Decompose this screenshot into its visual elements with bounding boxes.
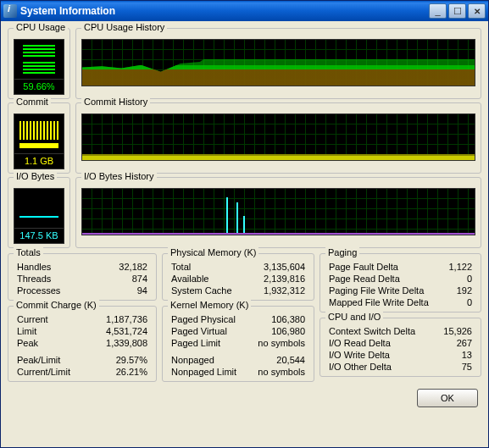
- ok-button[interactable]: OK: [417, 389, 478, 407]
- io-gauge: [14, 188, 64, 229]
- stat-row: Limit4,531,724: [14, 325, 151, 337]
- paging-group: Paging Page Fault Delta1,122 Page Read D…: [320, 253, 481, 312]
- group-label: Kernel Memory (K): [168, 300, 251, 310]
- kernel-memory-group: Kernel Memory (K) Paged Physical106,380 …: [162, 306, 314, 382]
- group-label: CPU and I/O: [325, 312, 383, 322]
- maximize-button[interactable]: ☐: [448, 3, 466, 19]
- group-label: Physical Memory (K): [168, 247, 258, 257]
- group-label: Totals: [14, 247, 43, 257]
- stat-row: Page Fault Delta1,122: [325, 261, 475, 273]
- stat-row: Handles32,182: [14, 261, 151, 273]
- stat-row: I/O Other Delta75: [325, 361, 475, 373]
- window: System Information _ ☐ ✕ CPU Usage 59.66…: [0, 0, 489, 448]
- commit-value: 1.1 GB: [14, 154, 64, 169]
- group-label: Paging: [325, 247, 359, 257]
- io-gauge-group: I/O Bytes 147.5 KB: [8, 177, 70, 248]
- charts-area: CPU Usage 59.66% CPU Usage History Commi…: [8, 28, 481, 248]
- stat-row: System Cache1,932,312: [168, 285, 308, 296]
- io-row: I/O Bytes 147.5 KB I/O Bytes History: [8, 177, 481, 248]
- cpu-row: CPU Usage 59.66% CPU Usage History: [8, 28, 481, 99]
- window-title: System Information: [20, 5, 429, 17]
- col-3: Paging Page Fault Delta1,122 Page Read D…: [320, 253, 481, 382]
- content: CPU Usage 59.66% CPU Usage History Commi…: [1, 21, 488, 447]
- commit-charge-group: Commit Charge (K) Current1,187,736 Limit…: [8, 306, 157, 382]
- close-button[interactable]: ✕: [468, 3, 486, 19]
- group-label: CPU Usage History: [81, 22, 167, 32]
- totals-group: Totals Handles32,182 Threads874 Processe…: [8, 253, 157, 301]
- cpu-io-group: CPU and I/O Context Switch Delta15,926 I…: [320, 318, 481, 377]
- io-value: 147.5 KB: [14, 229, 64, 244]
- group-label: I/O Bytes: [14, 171, 57, 181]
- cpu-gauge: [14, 39, 64, 80]
- titlebar[interactable]: System Information _ ☐ ✕: [1, 1, 488, 21]
- stat-row: Available2,139,816: [168, 273, 308, 285]
- stat-row: Processes94: [14, 285, 151, 296]
- col-2: Physical Memory (K) Total3,135,604 Avail…: [162, 253, 314, 382]
- stat-row: Threads874: [14, 273, 151, 285]
- group-label: Commit Charge (K): [14, 300, 99, 310]
- stat-row: Page Read Delta0: [325, 273, 475, 285]
- window-buttons: _ ☐ ✕: [429, 3, 486, 19]
- stat-row: Paged Virtual106,980: [168, 325, 308, 337]
- cpu-history-chart: [81, 39, 475, 86]
- cpu-history-group: CPU Usage History: [75, 28, 481, 99]
- cpu-value: 59.66%: [14, 80, 64, 95]
- app-icon: [3, 4, 17, 18]
- stat-row: Current/Limit26.21%: [14, 366, 151, 378]
- group-label: I/O Bytes History: [81, 171, 157, 181]
- stat-row: Paging File Write Delta192: [325, 285, 475, 296]
- stat-row: Mapped File Write Delta0: [325, 296, 475, 308]
- group-label: Commit: [14, 97, 51, 107]
- stat-row: Current1,187,736: [14, 313, 151, 325]
- stat-row: Paged Limitno symbols: [168, 337, 308, 349]
- io-history-group: I/O Bytes History: [75, 177, 481, 248]
- commit-gauge-group: Commit 1.1 GB: [8, 102, 70, 174]
- stat-row: Peak1,339,808: [14, 337, 151, 349]
- commit-history-group: Commit History: [75, 102, 481, 174]
- stat-row: Peak/Limit29.57%: [14, 354, 151, 366]
- stat-row: Total3,135,604: [168, 261, 308, 273]
- stat-row: Context Switch Delta15,926: [325, 325, 475, 337]
- commit-gauge: [14, 113, 64, 154]
- physical-memory-group: Physical Memory (K) Total3,135,604 Avail…: [162, 253, 314, 301]
- minimize-button[interactable]: _: [429, 3, 447, 19]
- stat-row: I/O Read Delta267: [325, 337, 475, 349]
- stat-row: I/O Write Delta13: [325, 349, 475, 361]
- stats-grid: Totals Handles32,182 Threads874 Processe…: [8, 253, 481, 382]
- group-label: CPU Usage: [14, 22, 68, 32]
- col-1: Totals Handles32,182 Threads874 Processe…: [8, 253, 157, 382]
- cpu-usage-group: CPU Usage 59.66%: [8, 28, 70, 99]
- footer: OK: [8, 387, 481, 407]
- io-history-chart: [81, 188, 475, 235]
- group-label: Commit History: [81, 97, 150, 107]
- stat-row: Paged Physical106,380: [168, 313, 308, 325]
- commit-history-chart: [81, 113, 475, 161]
- commit-row: Commit 1.1 GB Commit History: [8, 102, 481, 174]
- stat-row: Nonpaged Limitno symbols: [168, 366, 308, 378]
- stat-row: Nonpaged20,544: [168, 354, 308, 366]
